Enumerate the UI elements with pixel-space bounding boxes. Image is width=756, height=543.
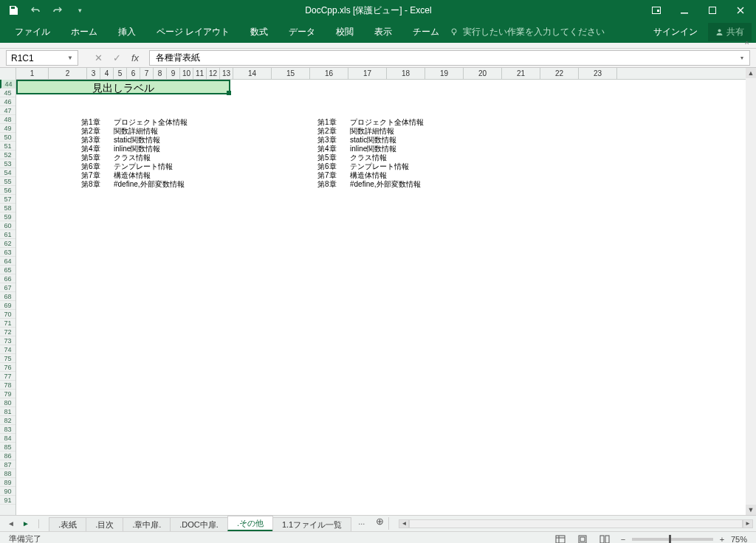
column-header[interactable]: 22: [540, 68, 579, 80]
select-all-corner[interactable]: [0, 68, 16, 80]
row-header[interactable]: 74: [0, 345, 16, 354]
zoom-in-button[interactable]: +: [718, 535, 726, 544]
scroll-right-icon[interactable]: ►: [743, 519, 753, 528]
row-header[interactable]: 64: [0, 257, 16, 266]
zoom-slider[interactable]: [632, 538, 713, 541]
row-header[interactable]: 89: [0, 478, 16, 487]
view-page-break-icon[interactable]: [598, 534, 611, 544]
scroll-down-icon[interactable]: ▼: [746, 505, 756, 515]
view-page-layout-icon[interactable]: [576, 534, 589, 544]
row-header[interactable]: 78: [0, 381, 16, 390]
maximize-icon[interactable]: [707, 5, 718, 15]
sheet-cells[interactable]: 見出しラベル 第1章プロジェクト全体情報第2章関数詳細情報第3章static関数…: [16, 80, 746, 515]
row-header[interactable]: 62: [0, 239, 16, 248]
column-header[interactable]: 14: [233, 68, 272, 80]
row-header[interactable]: 58: [0, 204, 16, 212]
sheet-tab[interactable]: .目次: [86, 517, 123, 531]
minimize-icon[interactable]: [679, 5, 690, 15]
row-header[interactable]: 44: [0, 80, 16, 89]
row-header[interactable]: 59: [0, 212, 16, 221]
row-header[interactable]: 81: [0, 407, 16, 416]
row-header[interactable]: 79: [0, 390, 16, 398]
column-header[interactable]: 19: [425, 68, 464, 80]
ribbon-tab-file[interactable]: ファイル: [4, 21, 61, 43]
vertical-scrollbar[interactable]: ▲ ▼: [746, 68, 756, 515]
column-header[interactable]: 21: [502, 68, 540, 80]
sheet-tabs-more[interactable]: ...: [351, 516, 372, 531]
ribbon-tab-team[interactable]: チーム: [402, 21, 450, 43]
ribbon-display-icon[interactable]: [651, 5, 662, 15]
column-header[interactable]: 6: [127, 68, 140, 80]
sheet-tab[interactable]: .DOC中扉.: [170, 517, 228, 531]
column-header[interactable]: 8: [154, 68, 167, 80]
column-header[interactable]: 10: [180, 68, 193, 80]
row-header[interactable]: 73: [0, 336, 16, 345]
undo-icon[interactable]: [30, 4, 41, 16]
row-header[interactable]: 86: [0, 452, 16, 460]
ribbon-tab-review[interactable]: 校閲: [326, 21, 364, 43]
horizontal-scrollbar[interactable]: ◄ ►: [396, 516, 756, 531]
row-header[interactable]: 66: [0, 274, 16, 283]
row-header[interactable]: 57: [0, 195, 16, 204]
name-box[interactable]: R1C1 ▼: [6, 50, 78, 66]
row-header[interactable]: 69: [0, 301, 16, 310]
row-header[interactable]: 55: [0, 177, 16, 186]
column-header[interactable]: 7: [140, 68, 154, 80]
row-header[interactable]: 85: [0, 443, 16, 452]
column-header[interactable]: 18: [387, 68, 425, 80]
heading-cell[interactable]: 見出しラベル: [16, 80, 230, 94]
row-header[interactable]: 54: [0, 168, 16, 177]
row-header[interactable]: 47: [0, 106, 16, 115]
row-header[interactable]: 82: [0, 416, 16, 425]
row-header[interactable]: 61: [0, 230, 16, 239]
row-header[interactable]: 56: [0, 186, 16, 195]
view-normal-icon[interactable]: [554, 534, 567, 544]
add-sheet-button[interactable]: ⊕: [372, 516, 387, 531]
column-header[interactable]: 13: [220, 68, 233, 80]
row-header[interactable]: 52: [0, 151, 16, 159]
row-header[interactable]: 80: [0, 398, 16, 407]
row-header[interactable]: 90: [0, 487, 16, 496]
row-header[interactable]: 72: [0, 328, 16, 336]
row-header[interactable]: 50: [0, 133, 16, 142]
row-header[interactable]: 91: [0, 496, 16, 505]
row-header[interactable]: 70: [0, 310, 16, 319]
column-header[interactable]: 9: [167, 68, 180, 80]
row-header[interactable]: 45: [0, 89, 16, 97]
sheet-tab[interactable]: .表紙: [49, 517, 86, 531]
share-button[interactable]: 共有: [708, 23, 752, 41]
ribbon-tab-insert[interactable]: 挿入: [108, 21, 146, 43]
column-header[interactable]: 16: [310, 68, 348, 80]
column-header[interactable]: 4: [100, 68, 114, 80]
row-header[interactable]: 76: [0, 363, 16, 372]
zoom-out-button[interactable]: −: [619, 535, 628, 544]
row-header[interactable]: 46: [0, 97, 16, 106]
column-header[interactable]: 2: [49, 68, 87, 80]
row-header[interactable]: 68: [0, 292, 16, 301]
fx-icon[interactable]: fx: [131, 52, 139, 63]
column-header[interactable]: 1: [16, 68, 49, 80]
column-header[interactable]: 3: [87, 68, 100, 80]
sheet-tab[interactable]: 1.1ファイル一覧: [272, 517, 351, 531]
chevron-down-icon[interactable]: ▼: [67, 55, 73, 61]
row-header[interactable]: 77: [0, 372, 16, 381]
scroll-left-icon[interactable]: ◄: [399, 519, 409, 528]
row-header[interactable]: 71: [0, 319, 16, 328]
row-header[interactable]: 53: [0, 159, 16, 168]
row-header[interactable]: 63: [0, 248, 16, 257]
row-header[interactable]: 75: [0, 354, 16, 363]
column-header[interactable]: 20: [464, 68, 502, 80]
row-header[interactable]: 48: [0, 115, 16, 124]
column-header[interactable]: 23: [579, 68, 617, 80]
column-header[interactable]: 17: [348, 68, 387, 80]
formula-input[interactable]: 各種背表紙 ▾: [149, 50, 750, 66]
qat-customize-icon[interactable]: ▾: [74, 4, 86, 16]
expand-formula-bar-icon[interactable]: ▾: [740, 55, 743, 61]
row-header[interactable]: 67: [0, 283, 16, 292]
sheet-tab[interactable]: .その他: [227, 516, 273, 531]
column-header[interactable]: 11: [193, 68, 207, 80]
ribbon-collapse-bar[interactable]: [0, 43, 756, 49]
column-header[interactable]: 5: [114, 68, 127, 80]
sheet-nav-next-icon[interactable]: ►: [22, 519, 30, 528]
column-header[interactable]: 12: [207, 68, 220, 80]
